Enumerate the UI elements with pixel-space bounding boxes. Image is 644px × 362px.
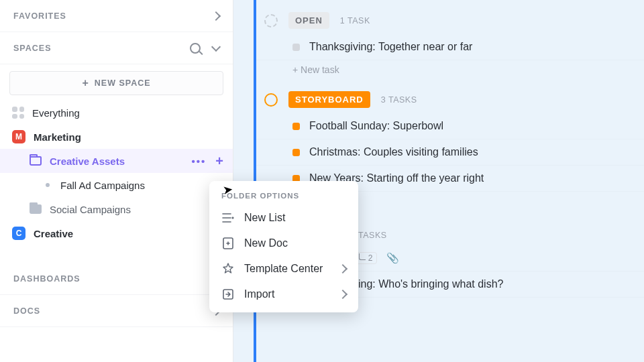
task-title: Thanksgiving: Together near or far (309, 41, 472, 53)
docs-section-header[interactable]: DOCS (0, 295, 233, 327)
status-pill: OPEN (288, 12, 329, 29)
import-icon (221, 288, 235, 300)
spaces-section-header[interactable]: SPACES (0, 32, 233, 64)
favorites-section-header[interactable]: FAVORITES (0, 0, 233, 32)
plus-icon: + (82, 77, 89, 89)
sidebar: FAVORITES SPACES + NEW SPACE Everything … (0, 0, 233, 362)
sidebar-item-fall-ad-campaigns[interactable]: Fall Ad Campaigns (0, 173, 233, 197)
folder-icon (30, 156, 42, 166)
sidebar-item-label: Fall Ad Campaigns (60, 180, 145, 191)
popover-item-label: Import (244, 288, 274, 300)
template-icon (221, 263, 235, 275)
status-square-icon[interactable] (292, 123, 300, 130)
popover-item-import[interactable]: Import (209, 282, 358, 307)
task-count: TASKS (358, 231, 387, 240)
grid-icon (12, 107, 24, 119)
space-badge-marketing: M (12, 130, 25, 143)
popover-item-label: New Doc (244, 237, 288, 249)
chevron-down-icon[interactable] (211, 42, 221, 51)
add-icon[interactable]: + (215, 154, 223, 168)
list-icon (221, 213, 235, 223)
list-bullet-icon (46, 183, 50, 187)
favorites-label: FAVORITES (13, 11, 66, 21)
sidebar-item-marketing[interactable]: M Marketing (0, 125, 233, 149)
sidebar-item-label: Creative Assets (50, 156, 125, 167)
new-task-button[interactable]: + New task (256, 60, 644, 79)
sidebar-item-label: Creative (34, 228, 73, 239)
subtask-icon (359, 253, 366, 260)
mouse-cursor-icon: ➤ (222, 182, 234, 198)
sidebar-item-label: Social Campaigns (50, 204, 131, 215)
attachment-icon[interactable]: 📎 (386, 252, 399, 264)
status-toggle-icon[interactable] (264, 14, 278, 27)
task-count: 1 TASK (340, 16, 370, 25)
doc-icon (221, 237, 235, 249)
chevron-right-icon (211, 11, 221, 20)
more-options-icon[interactable]: ••• (192, 156, 207, 167)
subtask-count: 2 (368, 253, 373, 263)
task-row[interactable]: Thanksgiving: Together near or far (256, 34, 644, 60)
status-group-storyboard[interactable]: STORYBOARD 3 TASKS (256, 79, 644, 113)
task-row[interactable]: Football Sunday: Superbowl (256, 113, 644, 139)
dashboards-label: DASHBOARDS (13, 274, 80, 284)
new-space-button[interactable]: + NEW SPACE (9, 71, 223, 95)
task-count: 3 TASKS (381, 95, 417, 105)
spaces-label: SPACES (13, 44, 51, 53)
folder-icon (30, 204, 42, 214)
status-group-open[interactable]: OPEN 1 TASK (256, 0, 644, 34)
docs-label: DOCS (13, 306, 40, 316)
task-title: Football Sunday: Superbowl (309, 120, 443, 132)
status-pill: STORYBOARD (288, 91, 370, 108)
chevron-right-icon (338, 290, 347, 299)
new-space-label: NEW SPACE (95, 78, 151, 88)
popover-item-new-list[interactable]: New List (209, 205, 358, 231)
folder-options-popover: FOLDER OPTIONS New List New Doc Template… (209, 181, 358, 312)
sidebar-item-everything[interactable]: Everything (0, 101, 233, 125)
popover-item-label: New List (244, 212, 285, 224)
sidebar-item-creative[interactable]: C Creative (0, 221, 233, 245)
task-title: Christmas: Couples visiting families (309, 146, 478, 158)
status-square-icon[interactable] (292, 44, 300, 51)
task-row[interactable]: Christmas: Couples visiting families (256, 139, 644, 166)
search-icon[interactable] (190, 43, 201, 54)
sidebar-item-label: Everything (32, 107, 80, 119)
popover-item-new-doc[interactable]: New Doc (209, 231, 358, 256)
popover-item-label: Template Center (244, 263, 323, 275)
popover-item-template-center[interactable]: Template Center (209, 256, 358, 282)
dashboards-section-header[interactable]: DASHBOARDS (0, 263, 233, 295)
status-toggle-icon[interactable] (264, 93, 278, 107)
sidebar-item-creative-assets[interactable]: Creative Assets ••• + (0, 149, 233, 173)
sidebar-item-label: Marketing (34, 131, 81, 143)
chevron-right-icon (338, 264, 347, 274)
status-square-icon[interactable] (292, 149, 300, 156)
space-badge-creative: C (12, 227, 25, 240)
sidebar-item-social-campaigns[interactable]: Social Campaigns (0, 197, 233, 221)
